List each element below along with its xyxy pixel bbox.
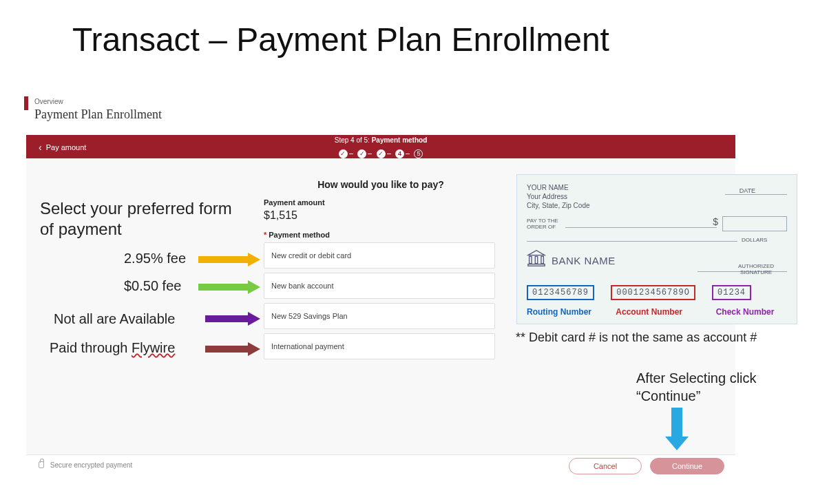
- svg-marker-0: [528, 251, 545, 255]
- check-auth-sig: AUTHORIZED SIGNATURE: [725, 263, 787, 275]
- amount-value: $1,515: [264, 209, 297, 222]
- annotation-after-select: After Selecting click “Continue”: [636, 369, 788, 405]
- svg-rect-1: [529, 256, 532, 263]
- step-prefix: Step 4 of 5:: [335, 136, 370, 144]
- check-date-label: DATE: [740, 187, 755, 194]
- slide-title: Transact – Payment Plan Enrollment: [72, 21, 609, 59]
- routing-number-box: 0123456789: [527, 285, 594, 300]
- brand-stripe: [24, 96, 28, 110]
- check-bank-name: BANK NAME: [552, 255, 616, 266]
- footer-bar: Secure encrypted payment Cancel Continue: [26, 454, 735, 476]
- arrow-icon-credit: [198, 253, 260, 266]
- check-number-box: 01234: [712, 285, 751, 300]
- cancel-button[interactable]: Cancel: [569, 458, 642, 474]
- svg-rect-3: [541, 256, 543, 263]
- check-amount-box: [722, 216, 787, 231]
- arrow-icon-bank: [198, 280, 260, 294]
- step-dot-1: [339, 149, 348, 158]
- account-number-box: 000123456789O: [611, 285, 695, 300]
- sample-check: YOUR NAME Your Address City, State, Zip …: [516, 174, 797, 324]
- dollar-sign-icon: $: [713, 216, 718, 227]
- check-dollars-label: DOLLARS: [742, 237, 767, 243]
- breadcrumb[interactable]: Overview: [34, 98, 63, 105]
- check-micr-labels: Routing Number Account Number Check Numb…: [527, 307, 774, 317]
- method-label: *Payment method: [264, 231, 330, 239]
- lock-icon: [39, 461, 44, 468]
- option-529-savings[interactable]: New 529 Savings Plan: [264, 303, 495, 329]
- option-credit-card[interactable]: New credit or debit card: [264, 242, 495, 269]
- progress-bar: Pay amount Step 4 of 5: Payment method 4…: [26, 135, 735, 158]
- amount-label: Payment amount: [264, 198, 325, 207]
- annotation-fee-credit: 2.95% fee: [124, 251, 186, 266]
- option-bank-account[interactable]: New bank account: [264, 273, 495, 299]
- bank-icon: [527, 249, 546, 267]
- arrow-icon-529: [205, 312, 260, 326]
- check-micr-line: 0123456789 000123456789O 01234: [527, 285, 762, 300]
- svg-rect-4: [528, 264, 545, 266]
- step-dot-3: [377, 149, 386, 158]
- continue-button[interactable]: Continue: [650, 458, 724, 474]
- arrow-icon-intl: [205, 342, 260, 356]
- step-dot-2: [357, 149, 366, 158]
- secure-label: Secure encrypted payment: [39, 461, 132, 469]
- check-payto-label: PAY TO THE ORDER OF: [527, 218, 558, 230]
- option-international[interactable]: International payment: [264, 333, 495, 359]
- annotation-529: Not all are Available: [54, 311, 175, 327]
- check-payee-block: YOUR NAME Your Address City, State, Zip …: [527, 183, 590, 210]
- annotation-intl: Paid through Flywire: [50, 340, 175, 356]
- annotation-debit-warning: ** Debit card # is not the same as accou…: [516, 330, 757, 345]
- step-current-name: Payment method: [372, 136, 428, 144]
- step-label: Step 4 of 5: Payment method: [26, 136, 735, 144]
- annotation-fee-bank: $0.50 fee: [124, 278, 181, 294]
- page-title: Payment Plan Enrollment: [34, 107, 162, 122]
- step-dot-4: 4: [395, 149, 404, 158]
- step-dot-5: 5: [414, 149, 423, 158]
- annotation-instruction: Select your preferred form of payment: [40, 198, 247, 240]
- arrow-down-icon: [665, 408, 689, 450]
- svg-rect-2: [535, 256, 537, 263]
